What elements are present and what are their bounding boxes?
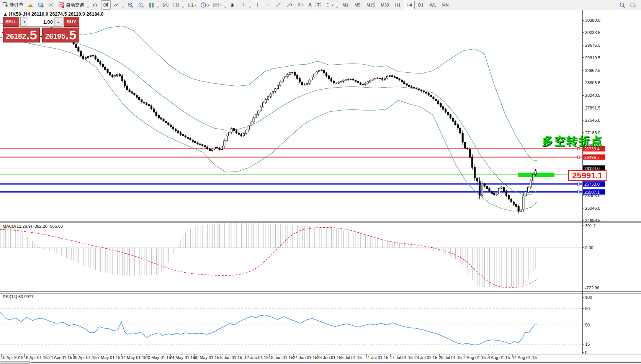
scrollbar-thumb[interactable] xyxy=(1,361,30,364)
turning-point-annotation[interactable]: 多空转折点 xyxy=(542,134,603,149)
toolbar-separator xyxy=(336,2,338,8)
market-watch-icon[interactable] xyxy=(26,0,35,10)
timeframe-M15-button[interactable]: M15 xyxy=(364,1,377,9)
zoom-in-icon[interactable] xyxy=(126,0,136,10)
sell-price-button[interactable]: 26182 .5 xyxy=(3,28,40,42)
autotrading-icon[interactable]: 自动交易 xyxy=(57,0,86,10)
text-label-icon[interactable]: T xyxy=(314,0,322,10)
rsi-indicator-label: RSI(14) 50.9977 xyxy=(3,294,34,299)
news-icon[interactable] xyxy=(46,0,56,10)
svg-text:24699.5: 24699.5 xyxy=(585,218,600,223)
ohlc-open: 26110.0 xyxy=(31,11,48,17)
line-chart-icon[interactable] xyxy=(111,0,121,10)
equidistant-channel-icon[interactable]: E xyxy=(284,0,295,10)
svg-text:29 Jul 01:15: 29 Jul 01:15 xyxy=(439,355,462,360)
svg-text:2 Aug 01:15: 2 Aug 01:15 xyxy=(463,355,486,360)
indicators-icon[interactable]: ▾ xyxy=(186,0,198,10)
buy-price-main: 26195 xyxy=(45,31,65,41)
new-chart-icon[interactable] xyxy=(161,0,171,10)
buy-button[interactable]: BUY xyxy=(64,17,79,27)
svg-text:25507.1: 25507.1 xyxy=(584,190,600,194)
periods-icon[interactable]: ▾ xyxy=(199,0,211,10)
svg-text:11 Jul 01:15: 11 Jul 01:15 xyxy=(366,355,388,360)
svg-text:27891.5: 27891.5 xyxy=(585,106,600,110)
bar-chart-icon[interactable] xyxy=(91,0,100,10)
line-handle[interactable] xyxy=(577,183,580,185)
chart-canvas[interactable]: 30380.030033.529676.529319.528962.528605… xyxy=(0,0,641,364)
timeframe-M1-button[interactable]: M1 xyxy=(340,1,351,9)
svg-text:0: 0 xyxy=(585,350,587,355)
svg-text:30380.0: 30380.0 xyxy=(585,18,600,23)
search-icon[interactable] xyxy=(618,0,627,10)
toolbar-separator xyxy=(122,2,124,8)
svg-text:10 Apr 2019: 10 Apr 2019 xyxy=(1,355,23,360)
timeframe-H4-button[interactable]: H4 xyxy=(404,1,415,9)
svg-text:25046.0: 25046.0 xyxy=(585,206,600,211)
svg-text:29319.5: 29319.5 xyxy=(585,55,600,60)
svg-text:14 Aug 01:15: 14 Aug 01:15 xyxy=(512,355,537,360)
svg-text:18 Jun 01:15: 18 Jun 01:15 xyxy=(269,355,293,360)
svg-text:5 Jun 01:15: 5 Jun 01:15 xyxy=(220,355,242,360)
volume-input[interactable] xyxy=(28,17,54,26)
arrows-icon[interactable]: ▾ xyxy=(323,0,335,10)
candlestick-chart-icon[interactable] xyxy=(101,0,111,10)
timeframe-W1-button[interactable]: W1 xyxy=(427,1,439,9)
buy-price-fraction: .5 xyxy=(65,28,76,41)
mt4-window: 30380.030033.529676.529319.528962.528605… xyxy=(0,0,641,364)
sell-price-main: 26182 xyxy=(6,31,26,41)
volume-increase-button[interactable]: ▲ xyxy=(54,17,62,26)
fibonacci-icon[interactable]: F xyxy=(296,0,306,10)
data-window-icon[interactable] xyxy=(36,0,46,10)
svg-text:20 May 01:15: 20 May 01:15 xyxy=(146,355,171,360)
buy-price-button[interactable]: 26195 .5 xyxy=(42,28,79,42)
svg-text:24 Apr 01:15: 24 Apr 01:15 xyxy=(48,355,72,360)
zoom-out-icon[interactable] xyxy=(136,0,146,10)
auto-scroll-icon[interactable] xyxy=(172,0,181,10)
svg-text:28962.5: 28962.5 xyxy=(585,68,600,73)
horizontal-line-icon[interactable] xyxy=(263,0,273,10)
macd-indicator-label: MACD(12,26,9) -362.20 -565.03 xyxy=(3,224,63,229)
price-level-flag[interactable]: 25991.1 xyxy=(568,170,607,181)
templates-icon[interactable]: ▾ xyxy=(211,0,223,10)
chat-icon[interactable] xyxy=(628,0,638,10)
svg-text:0.00: 0.00 xyxy=(585,245,593,250)
new-order-icon[interactable]: 新订单 xyxy=(0,0,25,10)
svg-text:12 Jun 01:15: 12 Jun 01:15 xyxy=(244,355,269,360)
svg-text:28248.5: 28248.5 xyxy=(585,93,600,98)
timeframe-D1-button[interactable]: D1 xyxy=(415,1,426,9)
svg-text:-722.96: -722.96 xyxy=(585,286,599,290)
price-tag-25507.1: 25507.1 xyxy=(583,189,605,194)
svg-text:28605.5: 28605.5 xyxy=(585,80,600,85)
toolbar: 新订单自动交易▾▾▾EFAT▾M1M5M15M30H1H4D1W1MN xyxy=(0,0,641,10)
svg-text:391.2: 391.2 xyxy=(585,224,596,228)
cursor-icon[interactable] xyxy=(228,0,238,10)
toolbar-separator xyxy=(157,2,159,8)
toolbar-separator xyxy=(182,2,184,8)
svg-text:80: 80 xyxy=(585,306,590,311)
line-handle[interactable] xyxy=(577,156,580,158)
horizontal-scrollbar[interactable] xyxy=(0,361,641,364)
tile-windows-icon[interactable] xyxy=(147,0,156,10)
sell-button[interactable]: SELL xyxy=(3,17,19,27)
svg-text:27545.0: 27545.0 xyxy=(585,118,600,122)
ohlc-high: 26274.5 xyxy=(50,11,67,17)
collapse-triangle-icon[interactable]: ▲ xyxy=(3,11,8,17)
toolbar-separator xyxy=(249,2,251,8)
timeframe-M5-button[interactable]: M5 xyxy=(352,1,363,9)
timeframe-H1-button[interactable]: H1 xyxy=(392,1,403,9)
line-handle[interactable] xyxy=(577,191,580,193)
volume-decrease-button[interactable]: ▼ xyxy=(21,17,28,26)
svg-text:29676.5: 29676.5 xyxy=(585,43,600,47)
svg-text:25733.0: 25733.0 xyxy=(584,182,600,186)
symbol-timeframe: HK50-,H4 xyxy=(9,11,30,17)
crosshair-icon[interactable] xyxy=(239,0,248,10)
price-tag-26496.7: 26496.7 xyxy=(583,154,605,160)
sell-price-fraction: .5 xyxy=(26,28,37,41)
vertical-line-icon[interactable] xyxy=(253,0,263,10)
trendline-icon[interactable] xyxy=(274,0,283,10)
timeframe-MN-button[interactable]: MN xyxy=(440,1,451,9)
svg-text:8 Aug 01:15: 8 Aug 01:15 xyxy=(487,355,510,360)
one-click-trade-panel: SELL ▼ ▲ BUY 26182 .5 26195 .5 xyxy=(3,17,79,42)
text-icon[interactable]: A xyxy=(307,0,314,10)
timeframe-M30-button[interactable]: M30 xyxy=(378,1,392,9)
